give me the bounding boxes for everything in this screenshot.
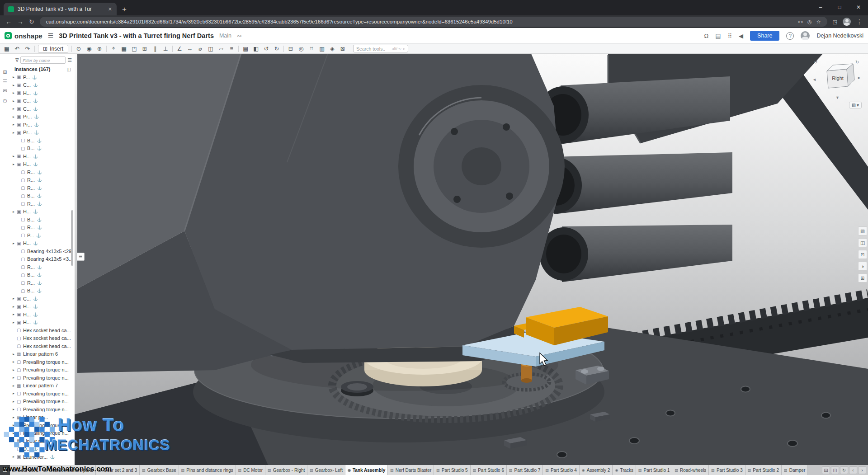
document-tab[interactable]: ▧ Part Studio 4 (543, 465, 579, 475)
redo-icon[interactable]: ↷ (24, 45, 31, 52)
instance-row[interactable]: ▢ R... ⚓ (10, 279, 75, 287)
expand-chevron-icon[interactable]: ▸ (13, 312, 17, 316)
view-cube-panel-icon[interactable]: ▧ (858, 226, 867, 235)
document-tab[interactable]: ▧ Road-wheels (672, 465, 709, 475)
rotate-left-icon[interactable]: ↺ (263, 45, 270, 52)
instance-row[interactable]: ▸ ▢ Prevailing torque n... (10, 366, 75, 374)
expand-chevron-icon[interactable]: ▸ (13, 107, 17, 111)
instance-row[interactable]: ▸ ▣ H... ⚓ (10, 303, 75, 311)
fastened-mate-icon[interactable]: ◉ (85, 45, 93, 52)
instance-row[interactable]: ▸ ▣ Pr... ⚓ (10, 113, 75, 121)
passwords-key-icon[interactable]: ⊶ (798, 19, 803, 25)
instance-row[interactable]: ▸ ▣ P... ⚓ (10, 73, 75, 81)
instance-row[interactable]: ▸ ▦ Linear pattern 6 (10, 350, 75, 358)
learning-center-icon[interactable]: ▤ (715, 33, 721, 39)
workspace-name[interactable]: Main (219, 33, 231, 39)
notifications-bell-icon[interactable]: Ω (704, 33, 709, 39)
instance-row[interactable]: ▢ B... ⚓ (10, 136, 75, 145)
view-options-button[interactable]: ▧ ▾ (849, 102, 862, 108)
shaded-view-icon[interactable]: ◑ (858, 262, 867, 271)
turret-body[interactable] (77, 54, 565, 373)
3d-viewport[interactable]: Right ↺ ↻ ◄ ► ▼ ▧ ▾ ▧◫⊡◑⊞ ☰ (75, 54, 868, 465)
expand-chevron-icon[interactable]: ▸ (13, 352, 17, 356)
expand-chevron-icon[interactable]: ▸ (13, 320, 17, 325)
instance-row[interactable]: ▸ ▢ Prevailing torque n... (10, 358, 75, 366)
distance-measure-icon[interactable]: ↔ (186, 46, 193, 52)
expand-chevron-icon[interactable]: ▸ (13, 241, 17, 245)
expand-chevron-icon[interactable]: ▸ (13, 400, 17, 404)
browser-tab[interactable]: 3D Printed Tank v3 - with a Tur ✕ (4, 3, 117, 15)
window-close-icon[interactable]: ✕ (849, 0, 868, 15)
scroll-tabs-right-icon[interactable]: › (858, 466, 866, 474)
instance-row[interactable]: ▸ ▣ H... ⚓ (10, 152, 75, 160)
window-maximize-icon[interactable]: □ (830, 0, 849, 15)
expand-chevron-icon[interactable]: ▸ (13, 368, 17, 372)
main-menu-icon[interactable]: ☰ (48, 32, 54, 39)
announcements-icon[interactable]: ◀ (739, 33, 743, 39)
document-tab[interactable]: ◉ Tracks (613, 465, 636, 475)
instance-row[interactable]: ▢ R... ⚓ (10, 176, 75, 184)
tab-close-icon[interactable]: ✕ (108, 6, 112, 12)
instance-row[interactable]: ▢ R... ⚓ (10, 168, 75, 176)
app-store-grid-icon[interactable]: ⠿ (728, 33, 732, 39)
close-tool-icon[interactable]: ⊠ (339, 45, 346, 52)
instance-row[interactable]: ▢ Hex socket head ca... (10, 326, 75, 334)
expand-chevron-icon[interactable]: ▸ (13, 99, 17, 103)
sync-icon[interactable]: ↻ (840, 466, 848, 474)
share-button[interactable]: Share (750, 31, 779, 41)
instance-row[interactable]: ▸ ▦ Linear pattern 7 (10, 382, 75, 390)
back-icon[interactable]: ← (5, 18, 12, 25)
visibility-tool-icon[interactable]: ⊡ (858, 250, 867, 259)
diameter-icon[interactable]: ⌀ (197, 45, 204, 52)
filter-funnel-icon[interactable]: ∇ (15, 57, 19, 63)
undo-icon[interactable]: ↶ (14, 45, 21, 52)
instance-row[interactable]: ▸ ▣ H... ⚓ (10, 160, 75, 169)
instance-row[interactable]: ▢ Bearing 4x13x5 <3... (10, 255, 75, 263)
document-tab[interactable]: ▧ Gearbox- Left (307, 465, 345, 475)
panel-scrollbar[interactable] (71, 210, 73, 266)
document-tab[interactable]: ▧ Nerf Darts Blaster (388, 465, 434, 475)
instance-row[interactable]: ▢ Hex socket head ca... (10, 342, 75, 350)
instance-row[interactable]: ▢ R... ⚓ (10, 224, 75, 232)
document-tab[interactable]: ▧ Part Studio 5 (434, 465, 470, 475)
instance-row[interactable]: ▸ ▣ H... ⚓ (10, 310, 75, 319)
instance-row[interactable]: ▸ ▣ C... ⚓ (10, 97, 75, 105)
rotate-right-icon[interactable]: ↻ (855, 60, 859, 65)
linear-pattern-icon[interactable]: ▦ (120, 45, 127, 52)
perpendicular-relation-icon[interactable]: ⊥ (162, 45, 169, 52)
reload-icon[interactable]: ↻ (29, 18, 34, 25)
instance-row[interactable]: ▢ Hex socket head ca... (10, 334, 75, 343)
extensions-icon[interactable]: ◳ (833, 19, 837, 25)
document-tab[interactable]: ▧ Gearbox - Right (265, 465, 307, 475)
help-icon[interactable]: ? (786, 32, 794, 40)
insert-button[interactable]: ⊞ Insert (38, 45, 68, 53)
expand-chevron-icon[interactable]: ▸ (13, 162, 17, 166)
forward-icon[interactable]: → (17, 18, 24, 25)
document-tab[interactable]: ▧ Part Studio 6 (471, 465, 507, 475)
document-tab[interactable]: ▧ Pins and distance rings (179, 465, 236, 475)
expand-chevron-icon[interactable]: ▸ (13, 384, 17, 388)
named-positions-icon[interactable]: ≡ (228, 46, 235, 52)
instance-row[interactable]: ▸ ▢ Prevailing torque n... (10, 398, 75, 406)
search-tools-input[interactable] (356, 46, 385, 52)
instance-row[interactable]: ▢ Bearing 4x13x5 <29> (10, 247, 75, 255)
instance-row[interactable]: ▢ B... ⚓ (10, 192, 75, 200)
expand-chevron-icon[interactable]: ▸ (13, 210, 17, 214)
circular-pattern-icon[interactable]: ◳ (131, 45, 138, 52)
section-tool-icon[interactable]: ◫ (858, 238, 867, 247)
document-tab[interactable]: ◉ Tank Assembly (345, 465, 388, 475)
instance-row[interactable]: ▸ ▢ Prevailing torque n... (10, 390, 75, 398)
document-tab[interactable]: ▧ Part Studio 1 (636, 465, 672, 475)
instance-row[interactable]: ▢ R... ⚓ (10, 263, 75, 271)
instance-row[interactable]: ▸ ▣ C... ⚓ (10, 81, 75, 89)
expand-chevron-icon[interactable]: ▸ (13, 407, 17, 411)
expand-chevron-icon[interactable]: ▸ (13, 83, 17, 87)
replicate-icon[interactable]: ⊞ (141, 45, 148, 52)
document-tab[interactable]: ▧ Part Studio 2 (745, 465, 782, 475)
hide-icon[interactable]: ⊟ (287, 45, 294, 52)
instance-row[interactable]: ▢ B... ⚓ (10, 216, 75, 224)
units-icon[interactable]: ▤ (822, 466, 830, 474)
expand-chevron-icon[interactable]: ▸ (13, 75, 17, 79)
instance-row[interactable]: ▢ R... ⚓ (10, 200, 75, 208)
new-tab-button[interactable]: + (118, 4, 130, 15)
